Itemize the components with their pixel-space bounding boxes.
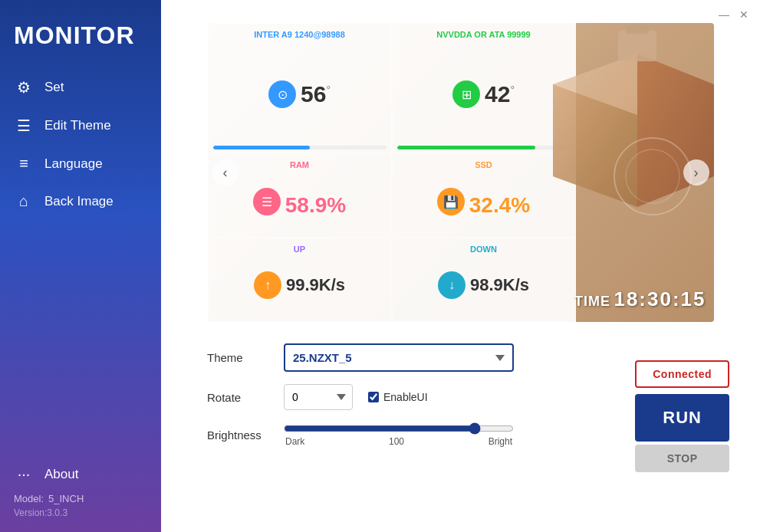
- time-value: 18:30:15: [614, 287, 706, 310]
- stop-button[interactable]: STOP: [635, 445, 729, 472]
- sidebar-item-edit-theme[interactable]: ☰ Edit Theme: [0, 107, 161, 145]
- preview-area: ‹ › INTER A9 1240@98988 ⊙ 56° NVVDDA OR …: [208, 23, 714, 322]
- theme-label: Theme: [207, 351, 284, 364]
- sidebar-item-about[interactable]: ··· About: [14, 455, 92, 493]
- svg-rect-5: [618, 31, 656, 61]
- cpu-value: 56°: [301, 81, 331, 107]
- cpu-bar: [213, 146, 387, 149]
- sidebar-item-set[interactable]: ⚙ Set: [0, 68, 161, 107]
- sidebar: MONITOR ⚙ Set ☰ Edit Theme ≡ Language ⌂ …: [0, 0, 161, 532]
- time-display: TIME 18:30:15: [574, 287, 706, 311]
- down-label: DOWN: [470, 245, 497, 254]
- up-value-group: ↑ 99.9K/s: [254, 271, 345, 299]
- language-icon: ≡: [14, 155, 34, 172]
- edit-icon: ☰: [14, 117, 34, 135]
- down-value-group: ↓ 98.9K/s: [438, 271, 529, 299]
- close-button[interactable]: ✕: [735, 6, 752, 23]
- sidebar-item-back-image-label: Back Image: [44, 194, 114, 209]
- time-label: TIME: [574, 294, 610, 309]
- rotate-label: Rotate: [207, 391, 284, 404]
- enable-ui-checkbox[interactable]: [368, 392, 379, 402]
- down-value: 98.9K/s: [470, 275, 529, 295]
- next-button[interactable]: ›: [683, 159, 709, 186]
- up-icon: ↑: [254, 271, 281, 299]
- app-title: MONITOR: [0, 14, 149, 68]
- sidebar-bottom: ··· About Model: 5_INCH Version:3.0.3: [0, 443, 106, 518]
- sidebar-item-language-label: Language: [44, 156, 103, 172]
- up-value: 99.9K/s: [286, 275, 345, 295]
- brightness-labels: Dark 100 Bright: [284, 436, 514, 447]
- enable-ui-text: EnableUI: [383, 391, 428, 403]
- ram-value: 58.9%: [285, 193, 346, 218]
- enable-ui-label[interactable]: EnableUI: [368, 391, 428, 403]
- sidebar-item-about-label: About: [44, 467, 78, 482]
- cpu-icon: ⊙: [268, 80, 296, 108]
- sidebar-item-edit-theme-label: Edit Theme: [44, 118, 111, 133]
- decorative-3d: [499, 23, 714, 238]
- model-info: Model: 5_INCH: [14, 493, 92, 504]
- down-icon: ↓: [438, 271, 466, 299]
- prev-button[interactable]: ‹: [212, 159, 239, 186]
- brightness-slider-wrap: Dark 100 Bright: [284, 422, 514, 447]
- ssd-label: SSD: [475, 160, 492, 169]
- svg-rect-6: [626, 25, 649, 34]
- connected-button[interactable]: Connected: [635, 360, 729, 388]
- cpu-bar-fill: [213, 146, 311, 149]
- up-stat-card: UP ↑ 99.9K/s: [208, 238, 392, 322]
- ssd-icon: 💾: [437, 188, 465, 215]
- brightness-mid: 100: [389, 436, 404, 447]
- down-stat-card: DOWN ↓ 98.9K/s: [392, 238, 576, 322]
- gear-icon: ⚙: [14, 78, 34, 97]
- main-content: — ✕ ‹ › INTER A9 1240@98988 ⊙ 56° NVVDDA…: [161, 0, 760, 532]
- minimize-button[interactable]: —: [716, 6, 732, 23]
- image-icon: ⌂: [14, 192, 34, 210]
- right-buttons: Connected RUN STOP: [635, 360, 729, 472]
- brightness-slider[interactable]: [284, 422, 514, 435]
- up-label: UP: [294, 245, 305, 254]
- brightness-label: Brightness: [207, 429, 284, 442]
- model-value: 5_INCH: [48, 493, 84, 504]
- titlebar: — ✕: [708, 0, 760, 29]
- cpu-value-group: ⊙ 56°: [268, 80, 331, 108]
- version-text: Version:3.0.3: [14, 507, 92, 518]
- run-button[interactable]: RUN: [635, 394, 729, 442]
- ram-label: RAM: [290, 160, 309, 169]
- ram-icon: ☰: [253, 188, 281, 215]
- sidebar-item-set-label: Set: [44, 80, 64, 95]
- brightness-bright: Bright: [489, 436, 512, 447]
- brightness-dark: Dark: [285, 436, 304, 447]
- cpu-stat-card: INTER A9 1240@98988 ⊙ 56°: [208, 23, 392, 153]
- theme-select-wrapper: 25.NZXT_5 1.Default 2.Dark 3.Light: [284, 343, 514, 372]
- rotate-select[interactable]: 0 90 180 270: [284, 384, 353, 410]
- theme-select[interactable]: 25.NZXT_5 1.Default 2.Dark 3.Light: [284, 343, 514, 372]
- model-label: Model:: [14, 493, 44, 504]
- sidebar-item-back-image[interactable]: ⌂ Back Image: [0, 182, 161, 220]
- ram-value-group: ☰ 58.9%: [253, 186, 346, 218]
- sidebar-item-language[interactable]: ≡ Language: [0, 145, 161, 182]
- gpu-icon: ⊞: [452, 80, 480, 108]
- about-icon: ···: [14, 465, 34, 483]
- cpu-label: INTER A9 1240@98988: [254, 30, 345, 39]
